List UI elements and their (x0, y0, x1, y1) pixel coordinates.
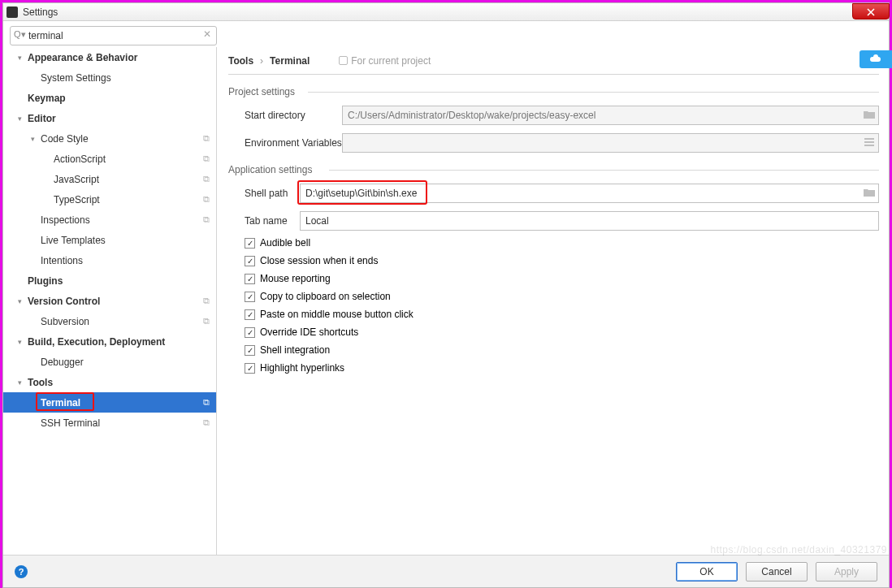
copy-icon: ⧉ (203, 296, 210, 306)
chevron-down-icon: ▾ (18, 378, 26, 387)
checkbox-label: Shell integration (260, 344, 330, 356)
tab-name-input[interactable] (300, 211, 879, 231)
sidebar-item-debugger[interactable]: ▾Debugger (3, 352, 216, 372)
sidebar-item-label: TypeScript (54, 194, 100, 205)
copy-icon: ⧉ (203, 214, 210, 225)
chevron-down-icon: ▾ (18, 115, 26, 123)
env-vars-input[interactable] (342, 133, 879, 153)
sidebar-item-label: Appearance & Behavior (28, 52, 137, 63)
shell-path-label: Shell path (228, 188, 300, 199)
breadcrumb-root[interactable]: Tools (228, 55, 253, 67)
sidebar-item-version-control[interactable]: ▾Version Control⧉ (3, 291, 216, 311)
sidebar-item-javascript[interactable]: ▾JavaScript⧉ (3, 169, 216, 189)
sidebar-item-inspections[interactable]: ▾Inspections⧉ (3, 210, 216, 230)
checkbox[interactable] (245, 363, 255, 374)
search-field-wrap: Q▾ ✕ (10, 26, 217, 45)
close-button[interactable] (852, 3, 890, 19)
chevron-down-icon: ▾ (31, 135, 39, 143)
sidebar-item-label: ActionScript (54, 153, 106, 165)
sidebar-item-label: Debugger (41, 357, 84, 368)
sidebar-item-intentions[interactable]: ▾Intentions (3, 250, 216, 270)
clear-search-icon[interactable]: ✕ (201, 28, 214, 41)
settings-window: Settings Q▾ ✕ ▾Appearance & Behavior▾Sys… (2, 2, 890, 588)
sidebar-item-tools[interactable]: ▾Tools (3, 372, 216, 392)
scope-note: For current project (339, 55, 431, 67)
checkbox-label: Override IDE shortcuts (260, 326, 358, 338)
settings-sidebar: ▾Appearance & Behavior▾System Settings▾K… (3, 47, 217, 555)
sidebar-item-label: Editor (28, 113, 56, 124)
copy-icon: ⧉ (203, 153, 210, 164)
breadcrumb: Tools › Terminal For current project (228, 47, 879, 75)
sidebar-item-label: Keymap (28, 93, 66, 104)
titlebar: Settings (3, 3, 889, 21)
watermark: https://blog.csdn.net/daxin_40321379 (711, 544, 888, 556)
checkbox-row-paste-on-middle-mouse-button-click: Paste on middle mouse button click (228, 309, 879, 320)
checkbox[interactable] (245, 274, 255, 284)
tab-name-label: Tab name (228, 215, 300, 227)
sidebar-item-live-templates[interactable]: ▾Live Templates (3, 230, 216, 250)
chevron-right-icon: › (260, 55, 263, 67)
sidebar-item-label: Tools (28, 377, 53, 388)
copy-icon: ⧉ (203, 174, 210, 184)
sidebar-item-build-execution-deployment[interactable]: ▾Build, Execution, Deployment (3, 331, 216, 352)
sidebar-item-label: Terminal (41, 397, 80, 409)
window-title: Settings (23, 6, 58, 18)
checkbox-row-close-session-when-it-ends: Close session when it ends (228, 255, 879, 266)
copy-icon: ⧉ (203, 133, 210, 144)
sidebar-item-label: Intentions (41, 255, 83, 266)
checkbox-label: Highlight hyperlinks (260, 362, 344, 374)
start-directory-label: Start directory (228, 110, 342, 121)
sidebar-item-system-settings[interactable]: ▾System Settings (3, 67, 216, 88)
search-icon: Q▾ (14, 29, 26, 40)
sidebar-item-label: System Settings (41, 72, 111, 84)
env-vars-label: Environment Variables (228, 137, 342, 149)
sidebar-item-label: Plugins (28, 275, 63, 287)
sidebar-item-editor[interactable]: ▾Editor (3, 108, 216, 128)
copy-icon: ⧉ (203, 397, 210, 408)
checkbox-label: Paste on middle mouse button click (260, 309, 414, 320)
apply-button[interactable]: Apply (816, 562, 877, 582)
checkbox[interactable] (245, 309, 255, 320)
checkbox[interactable] (245, 238, 255, 249)
sidebar-item-label: Version Control (28, 296, 100, 307)
search-input[interactable] (10, 26, 217, 45)
sidebar-item-appearance-behavior[interactable]: ▾Appearance & Behavior (3, 47, 216, 67)
folder-icon[interactable] (863, 186, 876, 199)
help-icon[interactable]: ? (15, 565, 28, 578)
app-icon (6, 6, 18, 18)
sidebar-item-ssh-terminal[interactable]: ▾SSH Terminal⧉ (3, 413, 216, 433)
copy-icon: ⧉ (203, 316, 210, 326)
chevron-down-icon: ▾ (18, 54, 26, 62)
list-edit-icon[interactable] (863, 136, 876, 149)
sidebar-item-terminal[interactable]: ▾Terminal⧉ (3, 392, 216, 413)
checkbox[interactable] (245, 345, 255, 356)
button-bar: ? OK Cancel Apply (3, 555, 889, 587)
sidebar-item-code-style[interactable]: ▾Code Style⧉ (3, 128, 216, 149)
sidebar-item-typescript[interactable]: ▾TypeScript⧉ (3, 189, 216, 210)
settings-main-panel: Tools › Terminal For current project Pro… (217, 47, 889, 555)
checkbox-label: Copy to clipboard on selection (260, 291, 391, 302)
sidebar-item-subversion[interactable]: ▾Subversion⧉ (3, 311, 216, 331)
sidebar-item-actionscript[interactable]: ▾ActionScript⧉ (3, 149, 216, 169)
cancel-button[interactable]: Cancel (746, 562, 808, 582)
checkbox[interactable] (245, 327, 255, 338)
copy-icon: ⧉ (203, 417, 210, 428)
sidebar-item-label: SSH Terminal (41, 417, 100, 429)
checkbox[interactable] (245, 292, 255, 302)
sidebar-item-keymap[interactable]: ▾Keymap (3, 88, 216, 108)
cloud-widget-icon[interactable] (860, 50, 892, 68)
sidebar-item-plugins[interactable]: ▾Plugins (3, 270, 216, 291)
checkbox-row-highlight-hyperlinks: Highlight hyperlinks (228, 362, 879, 374)
start-directory-input[interactable] (342, 106, 879, 125)
checkbox[interactable] (245, 256, 255, 266)
folder-icon[interactable] (863, 108, 876, 121)
sidebar-item-label: Inspections (41, 214, 90, 226)
ok-button[interactable]: OK (676, 562, 738, 582)
shell-path-input[interactable] (300, 184, 879, 203)
scope-note-label: For current project (351, 55, 431, 67)
sidebar-item-label: Live Templates (41, 235, 106, 246)
checkbox-row-mouse-reporting: Mouse reporting (228, 273, 879, 284)
breadcrumb-leaf: Terminal (270, 55, 310, 67)
sidebar-item-label: Code Style (41, 133, 89, 145)
checkbox-row-override-ide-shortcuts: Override IDE shortcuts (228, 326, 879, 338)
